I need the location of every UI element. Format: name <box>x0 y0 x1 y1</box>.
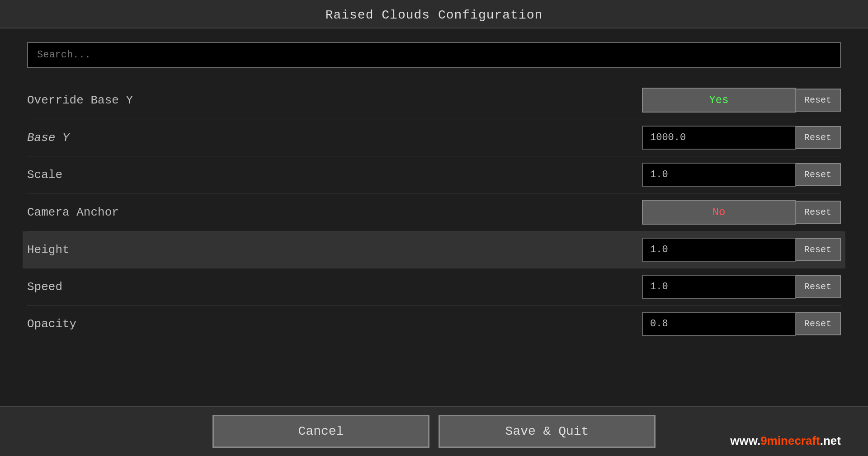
search-input[interactable] <box>27 42 841 68</box>
controls-height: Reset <box>642 238 841 262</box>
controls-opacity: Reset <box>642 312 841 336</box>
controls-camera-anchor: NoReset <box>642 200 841 225</box>
footer: Cancel Save & Quit www.9minecraft.net <box>0 406 868 456</box>
controls-base-y: Reset <box>642 126 841 150</box>
config-row-opacity: OpacityReset <box>27 306 841 342</box>
config-row-camera-anchor: Camera AnchorNoReset <box>27 193 841 231</box>
label-camera-anchor: Camera Anchor <box>27 206 642 219</box>
config-row-override-base-y: Override Base YYesReset <box>27 81 841 119</box>
toggle-override-base-y[interactable]: Yes <box>642 88 796 113</box>
config-row-speed: SpeedReset <box>27 268 841 306</box>
reset-speed[interactable]: Reset <box>796 275 841 298</box>
reset-scale[interactable]: Reset <box>796 163 841 186</box>
reset-opacity[interactable]: Reset <box>796 312 841 335</box>
label-base-y: Base Y <box>27 131 642 145</box>
reset-height[interactable]: Reset <box>796 238 841 261</box>
controls-override-base-y: YesReset <box>642 88 841 113</box>
reset-camera-anchor[interactable]: Reset <box>796 201 841 224</box>
input-scale[interactable] <box>642 163 796 187</box>
toggle-camera-anchor[interactable]: No <box>642 200 796 225</box>
main-container: Raised Clouds Configuration Override Bas… <box>0 0 868 456</box>
watermark: www.9minecraft.net <box>730 434 841 448</box>
cancel-button[interactable]: Cancel <box>212 415 429 448</box>
search-container <box>27 42 841 68</box>
input-height[interactable] <box>642 238 796 262</box>
label-speed: Speed <box>27 280 642 294</box>
label-height: Height <box>27 243 642 257</box>
config-row-scale: ScaleReset <box>27 156 841 193</box>
watermark-9: 9 <box>760 434 767 448</box>
reset-base-y[interactable]: Reset <box>796 126 841 149</box>
label-scale: Scale <box>27 168 642 182</box>
reset-override-base-y[interactable]: Reset <box>796 89 841 112</box>
title-bar: Raised Clouds Configuration <box>0 0 868 28</box>
controls-scale: Reset <box>642 163 841 187</box>
controls-speed: Reset <box>642 275 841 299</box>
input-speed[interactable] <box>642 275 796 299</box>
watermark-net: .net <box>820 434 841 448</box>
save-quit-button[interactable]: Save & Quit <box>439 415 656 448</box>
watermark-www: www. <box>730 434 760 448</box>
content-area: Override Base YYesResetBase YResetScaleR… <box>0 28 868 406</box>
input-opacity[interactable] <box>642 312 796 336</box>
config-row-base-y: Base YReset <box>27 119 841 156</box>
input-base-y[interactable] <box>642 126 796 150</box>
watermark-minecraft: minecraft <box>767 434 820 448</box>
settings-list: Override Base YYesResetBase YResetScaleR… <box>27 81 841 342</box>
page-title: Raised Clouds Configuration <box>326 8 543 22</box>
config-row-height: HeightReset <box>23 231 845 268</box>
label-opacity: Opacity <box>27 317 642 331</box>
label-override-base-y: Override Base Y <box>27 94 642 107</box>
